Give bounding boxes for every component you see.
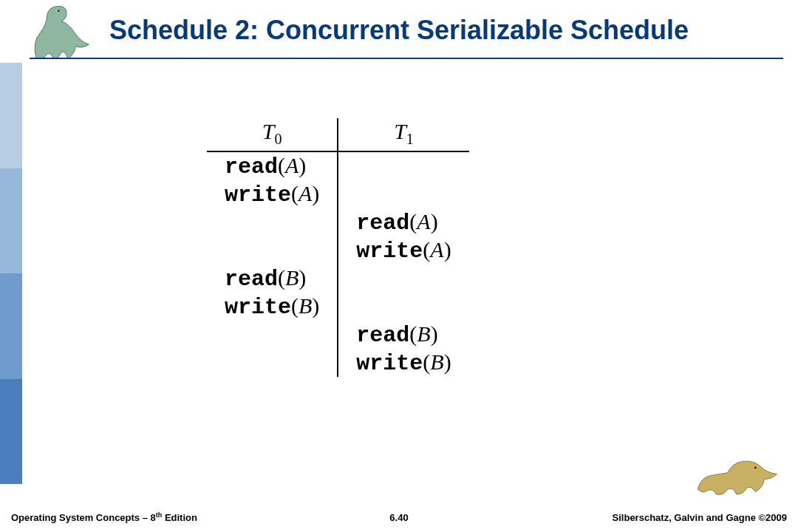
footer-right: Silberschatz, Galvin and Gagne ©2009 — [613, 512, 787, 523]
header-t0-sub: 0 — [275, 131, 282, 147]
cell-t0 — [207, 321, 338, 349]
table-row: write(A) — [207, 180, 469, 208]
sidebar-seg — [0, 379, 22, 485]
header-t1-sym: T — [394, 119, 406, 143]
svg-point-1 — [754, 466, 757, 468]
cell-t0 — [207, 349, 338, 377]
cell-t1: write(B) — [338, 349, 468, 377]
sidebar-seg — [0, 273, 22, 379]
cell-t1: read(A) — [338, 208, 468, 236]
header-t1-sub: 1 — [406, 131, 414, 147]
title-divider — [30, 58, 783, 59]
table-row: read(B) — [207, 265, 469, 293]
header-t0: T0 — [207, 118, 338, 151]
table-header-row: T0 T1 — [207, 118, 469, 151]
table-row: read(B) — [207, 321, 469, 349]
cell-t1 — [338, 180, 468, 208]
header-t0-sym: T — [262, 119, 275, 143]
table-row: write(A) — [207, 236, 469, 265]
schedule-table: T0 T1 read(A) write(A) read(A) write(A)r… — [207, 118, 469, 377]
cell-t0: read(B) — [207, 265, 338, 293]
cell-t0: write(B) — [207, 293, 338, 321]
slide: Schedule 2: Concurrent Serializable Sche… — [0, 0, 798, 532]
sidebar-accent — [0, 63, 22, 484]
table-row: read(A) — [207, 151, 469, 180]
sidebar-seg — [0, 63, 22, 168]
cell-t0: read(A) — [207, 151, 338, 180]
cell-t0 — [207, 208, 338, 236]
table-row: write(B) — [207, 293, 469, 321]
cell-t1: read(B) — [338, 321, 468, 349]
cell-t0 — [207, 236, 338, 265]
cell-t1 — [338, 151, 468, 180]
header-t1: T1 — [338, 118, 468, 151]
cell-t0: write(A) — [207, 180, 338, 208]
sidebar-seg — [0, 168, 22, 274]
cell-t1: write(A) — [338, 236, 468, 265]
table-row: read(A) — [207, 208, 469, 236]
cell-t1 — [338, 265, 468, 293]
table-row: write(B) — [207, 349, 469, 377]
slide-title: Schedule 2: Concurrent Serializable Sche… — [0, 15, 798, 46]
svg-point-0 — [58, 10, 60, 12]
dinosaur-icon — [695, 451, 783, 502]
cell-t1 — [338, 293, 468, 321]
